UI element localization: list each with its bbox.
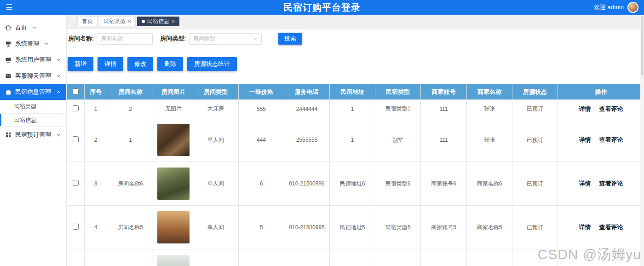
table-row: 4房间名称5单人间5010-21500995民宿地址5民宿类型5商家账号5商家名…	[67, 206, 644, 249]
cell-homestay_type: 民宿类型1	[375, 100, 421, 118]
column-header: 民宿地址	[330, 84, 375, 100]
detail-button[interactable]: 详情	[98, 57, 123, 71]
table-header-row: 序号房间名称房间图片房间类型一晚价格服务电话民宿地址民宿类型商家账号商家名称房源…	[67, 84, 644, 100]
tab-label: 民宿信息	[147, 17, 169, 25]
cell-status: 已预订	[512, 249, 558, 266]
chevron-down-icon	[32, 25, 37, 30]
chevron-down-icon	[56, 74, 61, 78]
cell-room_type: 单人间	[193, 118, 239, 162]
info-icon	[5, 89, 12, 95]
column-header: 房间图片	[154, 84, 193, 100]
cell-address: 1	[330, 118, 375, 162]
column-header: 民宿类型	[375, 84, 421, 100]
home-icon	[5, 24, 12, 31]
cell-name: 房间名称5	[107, 206, 154, 249]
cell-address: 民宿地址6	[330, 162, 375, 206]
cell-homestay_type: 别墅	[375, 118, 421, 162]
tab-close-icon[interactable]: ×	[172, 19, 175, 24]
add-button[interactable]: 新增	[68, 57, 93, 71]
menu-toggle-icon[interactable]: ☰	[6, 4, 12, 12]
row-checkbox[interactable]	[73, 136, 79, 142]
column-header: 房源状态	[512, 84, 558, 100]
view-comments-link[interactable]: 查看评论	[599, 136, 623, 143]
cell-price: 444	[239, 118, 284, 162]
cell-price: 555	[239, 100, 284, 118]
booking-icon	[5, 132, 12, 138]
cell-room_type: 单人间	[193, 249, 239, 266]
tab-homestay-type[interactable]: 民宿类型×	[99, 17, 136, 26]
row-detail-link[interactable]: 详情	[579, 105, 591, 112]
cell-seq: 2	[85, 118, 107, 162]
chevron-down-icon	[253, 36, 258, 41]
no-image-text: 无图片	[154, 100, 193, 118]
cell-name: 2	[107, 100, 154, 118]
cell-name: 房间名称4	[107, 249, 154, 266]
row-detail-link[interactable]: 详情	[579, 136, 591, 143]
cell-seq: 1	[85, 100, 107, 118]
cell-price: 6	[239, 162, 284, 206]
cell-status: 已预订	[512, 100, 558, 118]
sidebar-item-label: 民宿信息管理	[15, 88, 51, 96]
main-layout: 首页系统管理系统用户管理客服聊天管理民宿信息管理民宿类型民宿信息民宿预订管理 首…	[0, 15, 644, 266]
room-type-select[interactable]: 房间类型	[189, 33, 262, 45]
table-row: 21单人间44425555551别墅111张张已预订详情查看评论	[67, 118, 644, 162]
sidebar-item-homestay-info[interactable]: 民宿信息管理	[0, 84, 66, 100]
tab-close-icon[interactable]: ×	[128, 19, 131, 24]
row-actions-cell: 详情查看评论	[558, 100, 644, 118]
vertical-scrollbar[interactable]	[640, 15, 644, 266]
view-comments-link[interactable]: 查看评论	[599, 224, 623, 231]
cell-seq: 3	[85, 162, 107, 206]
sidebar-subitem-homestay-info-page[interactable]: 民宿信息	[0, 113, 66, 127]
tab-homestay-info[interactable]: 民宿信息×	[137, 17, 179, 26]
cell-image	[154, 249, 193, 266]
sidebar-item-homestay-booking[interactable]: 民宿预订管理	[0, 127, 66, 143]
search-button[interactable]: 搜索	[278, 33, 302, 45]
sidebar-item-chat[interactable]: 客服聊天管理	[0, 68, 66, 84]
cell-room_type: 单人间	[193, 162, 239, 206]
cell-phone: 2444444	[284, 100, 330, 118]
cell-merchant_name: 商家名称6	[467, 162, 512, 206]
row-detail-link[interactable]: 详情	[579, 224, 591, 231]
cell-status: 已预订	[512, 162, 558, 206]
chat-icon	[5, 73, 12, 79]
sidebar-subitem-homestay-type[interactable]: 民宿类型	[0, 100, 66, 113]
sidebar-item-system[interactable]: 系统管理	[0, 35, 66, 52]
select-all-checkbox[interactable]	[73, 88, 79, 94]
cell-image	[154, 206, 193, 249]
table-container: 序号房间名称房间图片房间类型一晚价格服务电话民宿地址民宿类型商家账号商家名称房源…	[67, 84, 644, 266]
filter-bar: 房间名称: 房间类型: 房间类型 搜索	[67, 29, 644, 49]
tab-home[interactable]: 首页	[77, 17, 98, 26]
content-area: 首页民宿类型×民宿信息× 房间名称: 房间类型: 房间类型 搜索 新增详情修改删…	[67, 15, 644, 266]
row-detail-link[interactable]: 详情	[579, 180, 591, 187]
room-photo	[157, 124, 190, 156]
column-header: 一晚价格	[239, 84, 284, 100]
row-checkbox[interactable]	[73, 180, 79, 186]
cell-phone: 010-21500995	[284, 206, 330, 249]
row-actions-cell: 详情查看评论	[558, 118, 644, 162]
users-icon	[5, 57, 12, 63]
scrollbar-thumb[interactable]	[641, 16, 644, 75]
welcome-text: 欢迎 admin	[594, 3, 624, 12]
status-stats-button[interactable]: 房源状态统计	[187, 57, 237, 71]
sidebar-item-system-users[interactable]: 系统用户管理	[0, 52, 66, 68]
cell-price: 4	[239, 249, 284, 266]
avatar[interactable]	[627, 2, 638, 13]
row-checkbox[interactable]	[73, 105, 79, 111]
chevron-down-icon	[56, 58, 61, 62]
room-name-input[interactable]	[97, 33, 153, 45]
chevron-down-icon	[56, 133, 61, 137]
topbar: ☰ 民宿订购平台登录 欢迎 admin	[0, 0, 644, 15]
view-comments-link[interactable]: 查看评论	[599, 105, 623, 112]
room-photo	[157, 211, 190, 243]
chevron-down-icon	[44, 41, 49, 46]
column-header: 服务电话	[284, 84, 330, 100]
view-comments-link[interactable]: 查看评论	[599, 180, 623, 187]
room-name-label: 房间名称:	[68, 35, 94, 43]
edit-button[interactable]: 修改	[127, 57, 153, 71]
sidebar-item-label: 系统用户管理	[15, 56, 51, 64]
cell-merchant_account: 商家账号6	[421, 162, 467, 206]
room-photo	[157, 168, 190, 200]
row-checkbox[interactable]	[73, 224, 79, 230]
sidebar-item-home[interactable]: 首页	[0, 19, 66, 35]
delete-button[interactable]: 删除	[157, 57, 183, 71]
